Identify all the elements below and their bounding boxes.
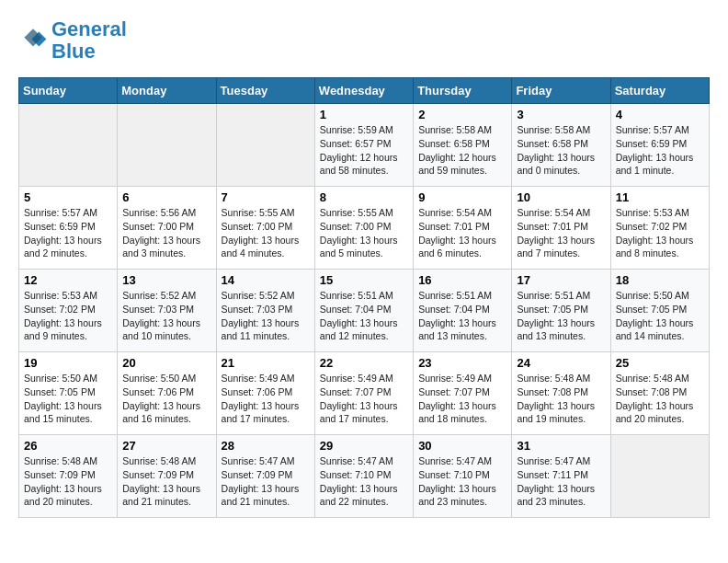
day-number: 30 xyxy=(418,439,506,453)
calendar-cell: 16Sunrise: 5:51 AMSunset: 7:04 PMDayligh… xyxy=(414,270,512,352)
header-cell-wednesday: Wednesday xyxy=(314,78,413,104)
calendar-cell: 24Sunrise: 5:48 AMSunset: 7:08 PMDayligh… xyxy=(512,352,610,435)
calendar-cell: 14Sunrise: 5:52 AMSunset: 7:03 PMDayligh… xyxy=(216,270,314,352)
cell-info: Sunrise: 5:48 AMSunset: 7:09 PMDaylight:… xyxy=(122,454,210,509)
day-number: 12 xyxy=(24,273,112,287)
calendar-week-row: 19Sunrise: 5:50 AMSunset: 7:05 PMDayligh… xyxy=(19,352,710,435)
calendar-cell: 1Sunrise: 5:59 AMSunset: 6:57 PMDaylight… xyxy=(314,104,413,187)
cell-info: Sunrise: 5:49 AMSunset: 7:07 PMDaylight:… xyxy=(418,372,506,426)
cell-info: Sunrise: 5:53 AMSunset: 7:02 PMDaylight:… xyxy=(24,289,112,343)
cell-info: Sunrise: 5:47 AMSunset: 7:11 PMDaylight:… xyxy=(517,454,605,509)
calendar-cell: 6Sunrise: 5:56 AMSunset: 7:00 PMDaylight… xyxy=(118,187,216,270)
cell-info: Sunrise: 5:56 AMSunset: 7:00 PMDaylight:… xyxy=(122,206,210,260)
calendar-cell: 31Sunrise: 5:47 AMSunset: 7:11 PMDayligh… xyxy=(512,435,610,518)
cell-info: Sunrise: 5:51 AMSunset: 7:05 PMDaylight:… xyxy=(517,289,605,343)
header-cell-thursday: Thursday xyxy=(414,78,512,104)
cell-info: Sunrise: 5:52 AMSunset: 7:03 PMDaylight:… xyxy=(122,289,210,343)
calendar-cell: 8Sunrise: 5:55 AMSunset: 7:00 PMDaylight… xyxy=(314,187,413,270)
calendar-cell: 27Sunrise: 5:48 AMSunset: 7:09 PMDayligh… xyxy=(118,435,216,518)
day-number: 20 xyxy=(122,356,210,370)
logo: General Blue xyxy=(18,18,127,63)
day-number: 21 xyxy=(222,356,310,370)
cell-info: Sunrise: 5:47 AMSunset: 7:10 PMDaylight:… xyxy=(320,454,408,509)
calendar-cell xyxy=(118,104,216,187)
header-cell-tuesday: Tuesday xyxy=(216,78,314,104)
day-number: 28 xyxy=(222,439,310,453)
calendar-cell: 12Sunrise: 5:53 AMSunset: 7:02 PMDayligh… xyxy=(19,270,118,352)
day-number: 27 xyxy=(122,439,210,453)
cell-info: Sunrise: 5:50 AMSunset: 7:05 PMDaylight:… xyxy=(24,372,112,426)
day-number: 17 xyxy=(517,273,605,287)
day-number: 25 xyxy=(616,356,704,370)
day-number: 11 xyxy=(616,190,704,204)
calendar-cell: 26Sunrise: 5:48 AMSunset: 7:09 PMDayligh… xyxy=(19,435,118,518)
cell-info: Sunrise: 5:55 AMSunset: 7:00 PMDaylight:… xyxy=(222,206,310,260)
logo-icon xyxy=(18,26,48,55)
day-number: 29 xyxy=(320,439,408,453)
day-number: 1 xyxy=(320,108,408,121)
day-number: 6 xyxy=(122,190,210,204)
cell-info: Sunrise: 5:57 AMSunset: 6:59 PMDaylight:… xyxy=(24,206,112,260)
cell-info: Sunrise: 5:55 AMSunset: 7:00 PMDaylight:… xyxy=(320,206,408,260)
calendar-header-row: SundayMondayTuesdayWednesdayThursdayFrid… xyxy=(19,78,710,104)
calendar-cell: 23Sunrise: 5:49 AMSunset: 7:07 PMDayligh… xyxy=(414,352,512,435)
cell-info: Sunrise: 5:54 AMSunset: 7:01 PMDaylight:… xyxy=(418,206,506,260)
cell-info: Sunrise: 5:59 AMSunset: 6:57 PMDaylight:… xyxy=(320,123,408,178)
cell-info: Sunrise: 5:58 AMSunset: 6:58 PMDaylight:… xyxy=(517,123,605,178)
calendar-cell xyxy=(216,104,314,187)
calendar-cell: 5Sunrise: 5:57 AMSunset: 6:59 PMDaylight… xyxy=(19,187,118,270)
calendar-cell: 4Sunrise: 5:57 AMSunset: 6:59 PMDaylight… xyxy=(610,104,709,187)
calendar-cell: 13Sunrise: 5:52 AMSunset: 7:03 PMDayligh… xyxy=(118,270,216,352)
calendar-cell: 25Sunrise: 5:48 AMSunset: 7:08 PMDayligh… xyxy=(610,352,709,435)
calendar-cell: 30Sunrise: 5:47 AMSunset: 7:10 PMDayligh… xyxy=(414,435,512,518)
cell-info: Sunrise: 5:48 AMSunset: 7:08 PMDaylight:… xyxy=(616,372,704,426)
cell-info: Sunrise: 5:57 AMSunset: 6:59 PMDaylight:… xyxy=(616,123,704,178)
calendar-cell: 11Sunrise: 5:53 AMSunset: 7:02 PMDayligh… xyxy=(610,187,709,270)
day-number: 18 xyxy=(616,273,704,287)
calendar-cell: 3Sunrise: 5:58 AMSunset: 6:58 PMDaylight… xyxy=(512,104,610,187)
day-number: 19 xyxy=(24,356,112,370)
header-cell-friday: Friday xyxy=(512,78,610,104)
day-number: 4 xyxy=(616,108,704,121)
cell-info: Sunrise: 5:47 AMSunset: 7:09 PMDaylight:… xyxy=(222,454,310,509)
calendar-cell: 19Sunrise: 5:50 AMSunset: 7:05 PMDayligh… xyxy=(19,352,118,435)
cell-info: Sunrise: 5:53 AMSunset: 7:02 PMDaylight:… xyxy=(616,206,704,260)
header-cell-monday: Monday xyxy=(118,78,216,104)
calendar-cell: 10Sunrise: 5:54 AMSunset: 7:01 PMDayligh… xyxy=(512,187,610,270)
header-cell-saturday: Saturday xyxy=(610,78,709,104)
day-number: 15 xyxy=(320,273,408,287)
cell-info: Sunrise: 5:48 AMSunset: 7:08 PMDaylight:… xyxy=(517,372,605,426)
logo-text: General Blue xyxy=(51,18,127,63)
day-number: 23 xyxy=(418,356,506,370)
calendar-table: SundayMondayTuesdayWednesdayThursdayFrid… xyxy=(18,77,710,518)
calendar-cell: 7Sunrise: 5:55 AMSunset: 7:00 PMDaylight… xyxy=(216,187,314,270)
day-number: 2 xyxy=(418,108,506,121)
calendar-cell: 17Sunrise: 5:51 AMSunset: 7:05 PMDayligh… xyxy=(512,270,610,352)
cell-info: Sunrise: 5:54 AMSunset: 7:01 PMDaylight:… xyxy=(517,206,605,260)
cell-info: Sunrise: 5:58 AMSunset: 6:58 PMDaylight:… xyxy=(418,123,506,178)
calendar-week-row: 12Sunrise: 5:53 AMSunset: 7:02 PMDayligh… xyxy=(19,270,710,352)
cell-info: Sunrise: 5:50 AMSunset: 7:05 PMDaylight:… xyxy=(616,289,704,343)
day-number: 8 xyxy=(320,190,408,204)
header-cell-sunday: Sunday xyxy=(19,78,118,104)
day-number: 3 xyxy=(517,108,605,121)
calendar-cell: 22Sunrise: 5:49 AMSunset: 7:07 PMDayligh… xyxy=(314,352,413,435)
day-number: 26 xyxy=(24,439,112,453)
day-number: 7 xyxy=(222,190,310,204)
calendar-week-row: 5Sunrise: 5:57 AMSunset: 6:59 PMDaylight… xyxy=(19,187,710,270)
day-number: 10 xyxy=(517,190,605,204)
cell-info: Sunrise: 5:49 AMSunset: 7:06 PMDaylight:… xyxy=(222,372,310,426)
calendar-cell: 2Sunrise: 5:58 AMSunset: 6:58 PMDaylight… xyxy=(414,104,512,187)
cell-info: Sunrise: 5:48 AMSunset: 7:09 PMDaylight:… xyxy=(24,454,112,509)
calendar-week-row: 26Sunrise: 5:48 AMSunset: 7:09 PMDayligh… xyxy=(19,435,710,518)
day-number: 14 xyxy=(222,273,310,287)
calendar-cell: 21Sunrise: 5:49 AMSunset: 7:06 PMDayligh… xyxy=(216,352,314,435)
calendar-cell: 9Sunrise: 5:54 AMSunset: 7:01 PMDaylight… xyxy=(414,187,512,270)
day-number: 13 xyxy=(122,273,210,287)
calendar-week-row: 1Sunrise: 5:59 AMSunset: 6:57 PMDaylight… xyxy=(19,104,710,187)
calendar-cell xyxy=(19,104,118,187)
cell-info: Sunrise: 5:50 AMSunset: 7:06 PMDaylight:… xyxy=(122,372,210,426)
calendar-cell xyxy=(610,435,709,518)
day-number: 31 xyxy=(517,439,605,453)
cell-info: Sunrise: 5:51 AMSunset: 7:04 PMDaylight:… xyxy=(418,289,506,343)
